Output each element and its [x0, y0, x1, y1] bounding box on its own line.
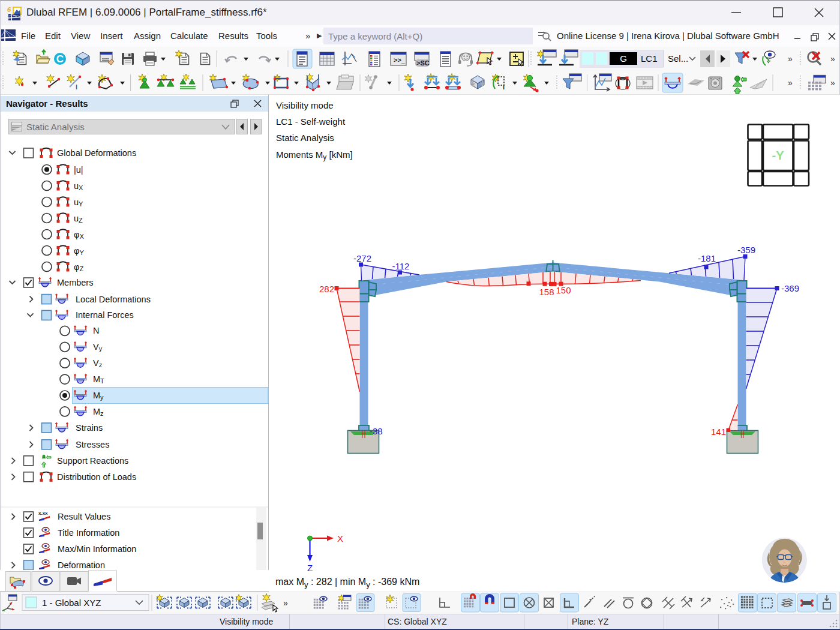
svg-text:Vy: Vy — [93, 342, 103, 352]
svg-text:φZ: φZ — [74, 262, 83, 272]
svg-text:I: I — [503, 83, 505, 91]
svg-text:Deformation: Deformation — [58, 560, 105, 570]
svg-text:|u|: |u| — [74, 165, 83, 175]
svg-text:158: 158 — [539, 287, 554, 297]
svg-text:Moments My [kNm]: Moments My [kNm] — [276, 149, 353, 161]
svg-text:Distribution of Loads: Distribution of Loads — [57, 472, 136, 482]
svg-text:282: 282 — [319, 284, 334, 294]
svg-text:1 - Global XYZ: 1 - Global XYZ — [42, 598, 101, 608]
svg-text:»: » — [830, 54, 835, 64]
svg-text:Max/Min Information: Max/Min Information — [58, 544, 136, 554]
svg-text:Mz: Mz — [93, 407, 104, 417]
svg-text:Support Reactions: Support Reactions — [57, 456, 128, 466]
svg-text:Strains: Strains — [76, 423, 103, 433]
svg-text:Vz: Vz — [93, 358, 102, 368]
svg-text:-112: -112 — [392, 261, 410, 271]
svg-text:Local Deformations: Local Deformations — [76, 295, 151, 304]
svg-text:φY: φY — [74, 246, 84, 256]
svg-text:»: » — [788, 54, 793, 64]
svg-text:-181: -181 — [698, 253, 716, 263]
svg-text:G: G — [620, 53, 627, 64]
svg-text:-369: -369 — [781, 283, 799, 293]
svg-text:-359: -359 — [737, 245, 755, 255]
svg-text:N: N — [93, 326, 99, 335]
svg-text:Internal Forces: Internal Forces — [76, 310, 134, 320]
svg-text:uZ: uZ — [74, 214, 83, 224]
svg-text:Members: Members — [57, 278, 93, 287]
svg-text:LC1 - Self-weight: LC1 - Self-weight — [276, 116, 346, 127]
svg-text:φX: φX — [74, 230, 84, 240]
svg-text:Result Values: Result Values — [58, 512, 110, 521]
svg-text:-Y: -Y — [772, 149, 785, 162]
svg-text:-38: -38 — [370, 426, 383, 436]
svg-text:>SC: >SC — [416, 59, 430, 67]
svg-text:-272: -272 — [353, 253, 371, 263]
svg-text:6: 6 — [7, 7, 11, 13]
svg-text:uX: uX — [74, 181, 83, 191]
svg-text:Global Deformations: Global Deformations — [57, 148, 136, 158]
svg-text:C: C — [56, 53, 64, 65]
svg-text:LC1: LC1 — [641, 53, 658, 64]
svg-text:Stresses: Stresses — [76, 440, 109, 449]
svg-text:>>_: >>_ — [394, 56, 406, 64]
svg-text:»: » — [788, 78, 793, 88]
svg-text:Static Analysis: Static Analysis — [276, 133, 334, 143]
svg-text:Sel...: Sel... — [668, 53, 688, 64]
svg-text:uY: uY — [74, 197, 83, 208]
svg-text:»: » — [830, 78, 835, 88]
svg-text:150: 150 — [556, 285, 571, 295]
svg-text:Title Information: Title Information — [58, 528, 119, 538]
svg-text:»: » — [283, 598, 288, 608]
svg-text:X: X — [337, 533, 343, 544]
svg-text:max My : 282 | min My : -369 k: max My : 282 | min My : -369 kNm — [275, 577, 419, 589]
svg-text:141: 141 — [711, 427, 726, 437]
svg-text:MT: MT — [93, 374, 104, 385]
svg-text:Visibility mode: Visibility mode — [276, 100, 334, 110]
svg-text:I: I — [76, 84, 77, 91]
svg-text:Z: Z — [307, 563, 313, 573]
